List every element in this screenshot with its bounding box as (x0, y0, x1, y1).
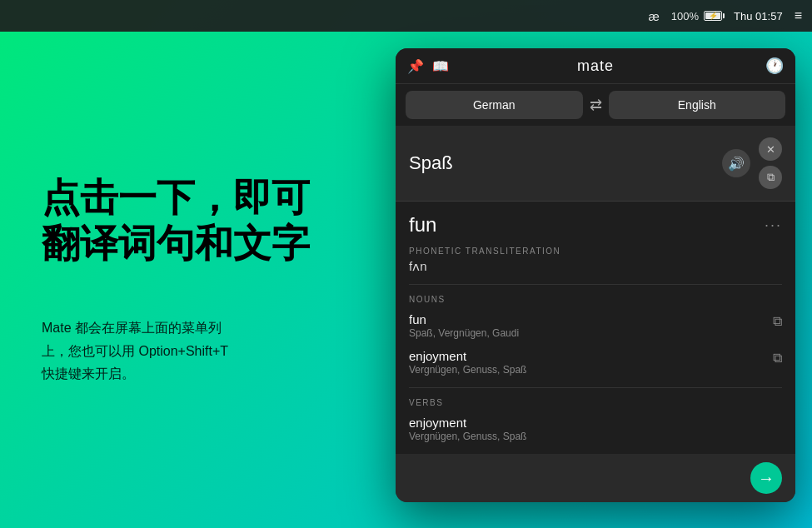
speaker-icon: 🔊 (728, 156, 745, 172)
result-section: fun ··· PHONETIC TRANSLITERATION fʌn NOU… (396, 202, 795, 454)
copy-icon: ⧉ (767, 171, 775, 184)
popup-title: mate (577, 57, 614, 75)
noun-word-1: enjoyment (409, 349, 766, 363)
source-lang-button[interactable]: German (406, 91, 583, 119)
nouns-section: NOUNS fun Spaß, Vergnügen, Gaudi ⧉ enjoy… (396, 285, 795, 387)
copy-noun-1-button[interactable]: ⧉ (773, 351, 782, 366)
x-icon: ✕ (766, 143, 775, 156)
side-actions: ✕ ⧉ (759, 137, 782, 189)
phonetic-label: PHONETIC TRANSLITERATION (396, 243, 795, 259)
popup-header-left: 📌 📖 (407, 58, 449, 74)
verb-entry-0: enjoyment Vergnügen, Genuss, Spaß (396, 411, 795, 447)
verbs-section: VERBS enjoyment Vergnügen, Genuss, Spaß (396, 388, 795, 454)
noun-synonyms-0: Spaß, Vergnügen, Gaudi (409, 327, 766, 339)
ae-menu-item[interactable]: æ (649, 9, 660, 23)
noun-synonyms-1: Vergnügen, Genuss, Spaß (409, 364, 766, 376)
bottom-bar: → (396, 454, 795, 502)
verb-entry-0-text: enjoyment Vergnügen, Genuss, Spaß (409, 416, 782, 442)
sub-text: Mate 都会在屏幕上面的菜单列上，您也可以用 Option+Shift+T快捷… (42, 316, 396, 385)
translator-popup: 📌 📖 mate 🕐 German ⇄ English Spaß 🔊 (396, 48, 795, 502)
main-title: 点击一下，即可 翻译词句和文字 (42, 175, 396, 266)
noun-entry-0-text: fun Spaß, Vergnügen, Gaudi (409, 312, 766, 339)
input-section: Spaß 🔊 ✕ ⧉ (396, 126, 795, 202)
menubar: æ 100% ⚡ Thu 01:57 ≡ (0, 0, 812, 32)
expand-button[interactable]: → (750, 462, 782, 494)
copy-noun-0-button[interactable]: ⧉ (773, 314, 782, 329)
noun-entry-1: enjoyment Vergnügen, Genuss, Spaß ⧉ (396, 344, 795, 381)
verb-synonyms-0: Vergnügen, Genuss, Spaß (409, 431, 782, 442)
menu-list-icon[interactable]: ≡ (795, 8, 802, 23)
battery-indicator: 100% ⚡ (671, 10, 722, 22)
copy-input-button[interactable]: ⧉ (759, 166, 782, 189)
close-button[interactable]: ✕ (759, 137, 782, 161)
input-word: Spaß (409, 152, 714, 174)
verbs-label: VERBS (396, 395, 795, 411)
content-area: 点击一下，即可 翻译词句和文字 Mate 都会在屏幕上面的菜单列上，您也可以用 … (0, 32, 812, 528)
battery-bolt-icon: ⚡ (709, 12, 718, 20)
popup-header: 📌 📖 mate 🕐 (396, 48, 795, 83)
result-word: fun (409, 213, 436, 237)
popup-header-right: 🕐 (765, 57, 784, 75)
main-title-line2: 翻译词句和文字 (42, 221, 396, 266)
pin-icon[interactable]: 📌 (407, 58, 424, 74)
history-clock-icon[interactable]: 🕐 (765, 57, 784, 75)
speaker-button[interactable]: 🔊 (722, 149, 750, 177)
more-options-button[interactable]: ··· (765, 217, 782, 234)
phonetic-text: fʌn (396, 259, 795, 284)
arrow-right-icon: → (758, 469, 775, 488)
target-lang-button[interactable]: English (609, 91, 786, 119)
battery-percent: 100% (671, 10, 699, 22)
menubar-time: Thu 01:57 (734, 10, 783, 22)
noun-entry-1-text: enjoyment Vergnügen, Genuss, Spaß (409, 349, 766, 376)
battery-icon: ⚡ (704, 11, 722, 21)
subtitle-text: Mate 都会在屏幕上面的菜单列上，您也可以用 Option+Shift+T快捷… (42, 321, 228, 380)
nouns-label: NOUNS (396, 291, 795, 307)
noun-word-0: fun (409, 312, 766, 326)
language-bar: German ⇄ English (396, 83, 795, 126)
noun-entry-0: fun Spaß, Vergnügen, Gaudi ⧉ (396, 307, 795, 344)
input-actions: 🔊 (722, 149, 750, 177)
swap-languages-icon[interactable]: ⇄ (590, 96, 602, 114)
result-header: fun ··· (396, 202, 795, 243)
book-icon[interactable]: 📖 (432, 58, 449, 74)
left-panel: 点击一下，即可 翻译词句和文字 Mate 都会在屏幕上面的菜单列上，您也可以用 … (0, 32, 437, 528)
verb-word-0: enjoyment (409, 416, 782, 430)
main-title-line1: 点击一下，即可 (42, 175, 396, 221)
